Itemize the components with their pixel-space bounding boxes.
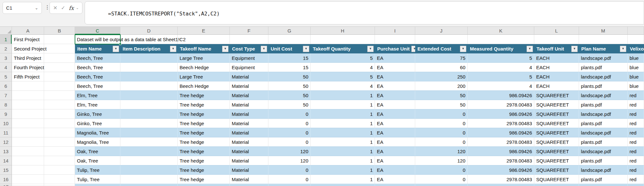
table-cell[interactable]: SQUAREFEET [534, 137, 579, 147]
select-all-corner[interactable] [0, 27, 12, 35]
table-cell[interactable]: EA [375, 53, 415, 63]
table-cell[interactable] [75, 184, 120, 186]
confirm-icon[interactable]: ✓ [61, 5, 65, 11]
table-cell[interactable]: 120 [268, 156, 311, 165]
cell-b2[interactable] [44, 44, 75, 53]
table-cell[interactable]: Tree hedge [178, 147, 230, 156]
table-cell[interactable]: 0 [268, 175, 311, 184]
table-cell[interactable]: Equipment [230, 63, 268, 72]
table-cell[interactable]: Tulip, Tree [75, 175, 120, 184]
cell-a13[interactable] [12, 147, 44, 156]
table-header-measured-quantity[interactable]: Measured Quantity▼ [468, 44, 534, 53]
cell-b11[interactable] [44, 128, 75, 137]
table-header-velixo-c[interactable]: Velixo C [628, 44, 644, 53]
table-cell[interactable]: Material [230, 91, 268, 100]
table-cell[interactable]: 1 [311, 175, 375, 184]
table-cell[interactable]: EA [375, 63, 415, 72]
row-header-12[interactable]: 12 [0, 137, 12, 147]
cell-a15[interactable] [12, 165, 44, 175]
row-header-8[interactable]: 8 [0, 100, 12, 109]
column-header-L[interactable]: L [534, 27, 579, 35]
table-cell[interactable]: 4 [311, 81, 375, 91]
cell-a7[interactable] [12, 91, 44, 100]
column-header-E[interactable]: E [178, 27, 230, 35]
filter-button[interactable]: ▼ [222, 46, 229, 52]
cell-b13[interactable] [44, 147, 75, 156]
table-cell[interactable]: 986.09426 [468, 147, 534, 156]
row-header-5[interactable]: 5 [0, 72, 12, 81]
cell-b7[interactable] [44, 91, 75, 100]
table-cell[interactable]: Material [230, 156, 268, 165]
table-cell[interactable]: 120 [268, 147, 311, 156]
grid-cell[interactable] [628, 35, 644, 44]
table-cell[interactable]: blue [628, 81, 644, 91]
column-header-F[interactable]: F [230, 27, 268, 35]
cell-a12[interactable] [12, 137, 44, 147]
table-cell[interactable]: 2978.00483 [468, 137, 534, 147]
table-cell[interactable]: 5 [311, 72, 375, 81]
table-header-purchase-unit[interactable]: Purchase Unit▼ [375, 44, 415, 53]
table-cell[interactable] [120, 100, 178, 109]
table-cell[interactable]: Tree hedge [178, 156, 230, 165]
cell-b3[interactable] [44, 53, 75, 63]
table-cell[interactable]: red [628, 109, 644, 119]
column-header-D[interactable]: D [120, 27, 178, 35]
table-cell[interactable]: 986.09426 [468, 91, 534, 100]
table-cell[interactable]: 0 [268, 109, 311, 119]
table-cell[interactable] [120, 137, 178, 147]
column-header-I[interactable]: I [375, 27, 415, 35]
table-cell[interactable] [120, 81, 178, 91]
table-cell[interactable]: 1 [311, 137, 375, 147]
table-cell[interactable]: 15 [268, 63, 311, 72]
table-cell[interactable]: Tree hedge [178, 109, 230, 119]
table-cell[interactable]: blue [628, 53, 644, 63]
table-cell[interactable]: plants.pdf [579, 100, 628, 109]
table-cell[interactable] [375, 184, 415, 186]
table-cell[interactable]: Tree hedge [178, 91, 230, 100]
table-cell[interactable]: SQUAREFEET [534, 119, 579, 128]
cell-a16[interactable] [12, 175, 44, 184]
table-cell[interactable]: 50 [268, 72, 311, 81]
table-cell[interactable]: 1 [311, 147, 375, 156]
table-cell[interactable]: 50 [268, 81, 311, 91]
table-cell[interactable]: 1 [311, 119, 375, 128]
row-header-14[interactable]: 14 [0, 156, 12, 165]
table-cell[interactable]: plants.pdf [579, 119, 628, 128]
row-header-17[interactable]: 17 [0, 184, 12, 186]
table-cell[interactable]: 1 [311, 109, 375, 119]
table-cell[interactable]: EA [375, 100, 415, 109]
table-cell[interactable]: Ginko, Tree [75, 109, 120, 119]
table-cell[interactable]: 0 [268, 137, 311, 147]
table-cell[interactable]: Beech, Tree [75, 72, 120, 81]
column-header-M[interactable]: M [579, 27, 628, 35]
table-cell[interactable]: 2978.00483 [468, 156, 534, 165]
table-cell[interactable]: red [628, 165, 644, 175]
table-cell[interactable]: 250 [415, 72, 468, 81]
column-header-A[interactable]: A [12, 27, 44, 35]
table-cell[interactable] [120, 156, 178, 165]
table-cell[interactable]: EA [375, 119, 415, 128]
grid-cell[interactable] [534, 35, 579, 44]
table-cell[interactable]: EA [375, 72, 415, 81]
table-cell[interactable]: EA [375, 128, 415, 137]
cell-b17[interactable] [44, 184, 75, 186]
grid-cell[interactable] [375, 35, 415, 44]
grid-cell[interactable] [268, 35, 311, 44]
table-cell[interactable]: 986.09426 [468, 109, 534, 119]
table-cell[interactable]: 5 [311, 53, 375, 63]
table-header-plan-name[interactable]: Plan Name▼ [579, 44, 628, 53]
cell-b1[interactable] [44, 35, 75, 44]
table-cell[interactable]: 2978.00483 [468, 119, 534, 128]
cell-a2[interactable]: Second Project [12, 44, 44, 53]
table-cell[interactable]: EA [375, 109, 415, 119]
table-cell[interactable]: red [628, 100, 644, 109]
table-header-takeoff-quantity[interactable]: Takeoff Quantity▼ [311, 44, 375, 53]
table-cell[interactable] [311, 184, 375, 186]
cell-b8[interactable] [44, 100, 75, 109]
cell-b14[interactable] [44, 156, 75, 165]
table-cell[interactable] [230, 184, 268, 186]
cell-a4[interactable]: Fourth Project [12, 63, 44, 72]
table-cell[interactable]: Material [230, 100, 268, 109]
table-cell[interactable]: Material [230, 81, 268, 91]
filter-button[interactable]: ▼ [460, 46, 466, 52]
